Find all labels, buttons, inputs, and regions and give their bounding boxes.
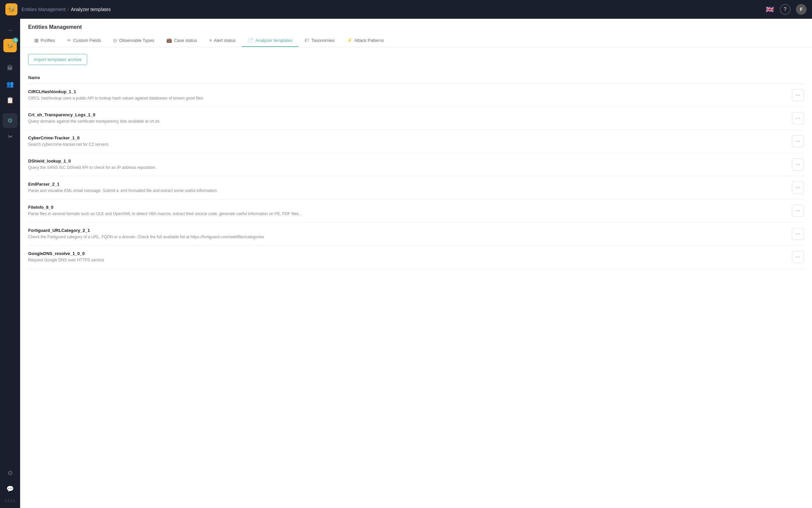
dashboard-icon: 🏛: [7, 65, 13, 72]
table-header-name: Name: [28, 72, 804, 84]
template-name: EmlParser_2_1: [28, 182, 788, 187]
table-row: Fortiguard_URLCategory_2_1Check the Fort…: [28, 222, 804, 246]
tab-taxonomies[interactable]: 🏷 Taxonomies: [298, 34, 340, 47]
template-name: DShield_lookup_1_0: [28, 159, 788, 164]
tab-custom-fields[interactable]: ✏ Custom Fields: [61, 34, 107, 47]
template-description: Parse and visualise EML email message. S…: [28, 188, 788, 194]
row-actions-button[interactable]: ⋯: [792, 251, 804, 263]
breadcrumb-parent: Entities Management: [22, 7, 66, 12]
sidebar-item-settings[interactable]: ⊙: [3, 465, 17, 480]
tab-taxonomies-label: Taxonomies: [311, 38, 334, 43]
template-info: CIRCLHashlookup_1_1CIRCL hashlookup uses…: [28, 89, 788, 101]
table-row: CIRCLHashlookup_1_1CIRCL hashlookup uses…: [28, 84, 804, 107]
row-actions-button[interactable]: ⋯: [792, 159, 804, 171]
attack-patterns-tab-icon: ⚡: [347, 38, 352, 43]
template-name: FileInfo_8_0: [28, 205, 788, 210]
users-icon: 👥: [6, 80, 14, 88]
top-nav: 🐝 Entities Management / Analyzer templat…: [0, 0, 812, 19]
case-status-tab-icon: 💼: [166, 38, 172, 43]
custom-fields-tab-icon: ✏: [67, 38, 71, 43]
template-description: Request Google DNS over HTTPS service: [28, 257, 788, 263]
template-description: Query the SANS ISC DShield API to check …: [28, 165, 788, 171]
sidebar-item-tools[interactable]: ✂: [3, 129, 17, 144]
breadcrumb-separator: /: [68, 7, 69, 12]
tab-custom-fields-label: Custom Fields: [73, 38, 101, 43]
user-avatar[interactable]: F: [796, 4, 807, 15]
sidebar-item-users[interactable]: 👥: [3, 77, 17, 91]
template-name: CIRCLHashlookup_1_1: [28, 89, 788, 94]
row-actions-button[interactable]: ⋯: [792, 228, 804, 240]
tab-observable-types[interactable]: ◎ Observable Types: [107, 34, 160, 47]
sidebar-item-analyzer[interactable]: ⚙: [3, 113, 17, 128]
tab-attack-patterns-label: Attack Patterns: [354, 38, 384, 43]
tab-attack-patterns[interactable]: ⚡ Attack Patterns: [340, 34, 390, 47]
template-info: Fortiguard_URLCategory_2_1Check the Fort…: [28, 228, 788, 240]
sidebar-item-dashboard[interactable]: 🏛: [3, 61, 17, 75]
tab-case-status[interactable]: 💼 Case status: [160, 34, 203, 47]
tab-observable-types-label: Observable Types: [119, 38, 154, 43]
profiles-tab-icon: ▦: [34, 38, 39, 43]
row-actions-button[interactable]: ⋯: [792, 112, 804, 124]
sidebar-item-cases[interactable]: 📋: [3, 93, 17, 108]
language-flag[interactable]: 🇬🇧: [765, 6, 774, 13]
row-actions-button[interactable]: ⋯: [792, 135, 804, 147]
sidebar-divider-2: [5, 110, 15, 111]
main-content: Import templates archive Name CIRCLHashl…: [20, 47, 812, 508]
row-actions-button[interactable]: ⋯: [792, 89, 804, 101]
alert-status-tab-icon: ≡: [209, 38, 212, 43]
template-info: EmlParser_2_1Parse and visualise EML ema…: [28, 182, 788, 194]
tab-profiles[interactable]: ▦ Profiles: [28, 34, 61, 47]
version-label: 5.4.2-1: [3, 498, 16, 504]
table-row: FileInfo_8_0Parse files in several forma…: [28, 199, 804, 222]
sidebar-item-chat[interactable]: 💬: [3, 481, 17, 496]
template-name: Crt_sh_Transparency_Logs_1_0: [28, 112, 788, 117]
template-description: Parse files in several formats such as O…: [28, 211, 788, 217]
page-header: Entities Management ▦ Profiles ✏ Custom …: [20, 19, 812, 47]
top-nav-right: 🇬🇧 ? F: [765, 4, 807, 15]
template-name: GoogleDNS_resolve_1_0_0: [28, 251, 788, 256]
table-row: EmlParser_2_1Parse and visualise EML ema…: [28, 176, 804, 199]
template-description: CIRCL hashlookup uses a public API to lo…: [28, 95, 788, 101]
tab-alert-status[interactable]: ≡ Alert status: [203, 34, 242, 47]
page-title: Entities Management: [28, 24, 804, 30]
sidebar-toggle[interactable]: →: [3, 23, 17, 38]
cases-icon: 📋: [6, 96, 14, 104]
table-row: DShield_lookup_1_0Query the SANS ISC DSh…: [28, 153, 804, 176]
app-logo: 🐝: [5, 3, 17, 15]
table-row: Crt_sh_Transparency_Logs_1_0Query domain…: [28, 107, 804, 130]
sidebar: → 🐝 ↻ 🏛 👥 📋 ⚙ ✂ ⊙ 💬 5.: [0, 19, 20, 508]
sidebar-bottom: ⊙ 💬 5.4.2-1: [3, 465, 17, 504]
template-description: Search cybercrime-tracker.net for C2 ser…: [28, 142, 788, 147]
observable-types-tab-icon: ◎: [113, 38, 117, 43]
templates-list: CIRCLHashlookup_1_1CIRCL hashlookup uses…: [28, 84, 804, 269]
row-actions-button[interactable]: ⋯: [792, 182, 804, 194]
table-row: GoogleDNS_resolve_1_0_0Request Google DN…: [28, 246, 804, 269]
template-name: CyberCrime-Tracker_1_0: [28, 135, 788, 140]
template-info: Crt_sh_Transparency_Logs_1_0Query domain…: [28, 112, 788, 124]
sidebar-divider-1: [5, 58, 15, 58]
tab-analyzer-templates[interactable]: 📄 Analyzer templates: [242, 34, 299, 47]
sync-badge: ↻: [13, 38, 18, 43]
chat-icon: 💬: [6, 485, 14, 493]
row-actions-button[interactable]: ⋯: [792, 205, 804, 217]
tools-icon: ✂: [8, 133, 13, 140]
table-row: CyberCrime-Tracker_1_0Search cybercrime-…: [28, 130, 804, 153]
analyzer-templates-tab-icon: 📄: [248, 38, 253, 43]
breadcrumb-current: Analyzer templates: [71, 7, 111, 12]
tab-analyzer-templates-label: Analyzer templates: [255, 38, 293, 43]
breadcrumb: Entities Management / Analyzer templates: [22, 7, 111, 12]
import-templates-button[interactable]: Import templates archive: [28, 54, 87, 65]
template-info: DShield_lookup_1_0Query the SANS ISC DSh…: [28, 159, 788, 171]
taxonomies-tab-icon: 🏷: [304, 38, 309, 43]
tabs-row: ▦ Profiles ✏ Custom Fields ◎ Observable …: [28, 34, 804, 47]
main-layout: → 🐝 ↻ 🏛 👥 📋 ⚙ ✂ ⊙ 💬 5.: [0, 19, 812, 508]
analyzer-icon: ⚙: [7, 117, 13, 124]
template-info: FileInfo_8_0Parse files in several forma…: [28, 205, 788, 217]
template-description: Query domains against the certificate tr…: [28, 119, 788, 124]
content-area: Entities Management ▦ Profiles ✏ Custom …: [20, 19, 812, 508]
template-name: Fortiguard_URLCategory_2_1: [28, 228, 788, 233]
sidebar-logo[interactable]: 🐝 ↻: [3, 39, 17, 52]
template-description: Check the Fortiguard category of a URL, …: [28, 234, 788, 240]
help-button[interactable]: ?: [780, 4, 790, 15]
tab-profiles-label: Profiles: [41, 38, 55, 43]
